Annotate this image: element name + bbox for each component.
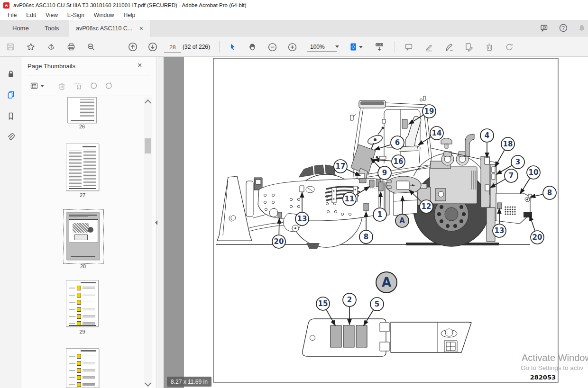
menu-item-window[interactable]: Window [89,11,119,19]
document-page: 19146169171113208112A418371081320A1525 2… [157,57,588,388]
svg-text:?: ? [562,26,565,31]
chevron-down-icon [359,46,363,48]
scrolling-mode-icon[interactable] [373,40,386,54]
select-tool-icon[interactable] [226,40,239,54]
svg-text:13: 13 [495,226,505,235]
toolbar-divider [395,41,395,53]
security-lock-icon[interactable] [4,67,17,80]
thumbnail-list: 26272829 [21,57,156,388]
notification-bell-icon[interactable] [576,22,588,34]
svg-text:14: 14 [432,129,442,137]
help-icon[interactable]: ? [557,22,570,34]
sign-pen-icon[interactable] [442,40,456,54]
callout-a: A [376,272,397,293]
svg-text:11: 11 [345,195,355,203]
svg-text:6: 6 [395,138,400,147]
save-icon[interactable] [4,40,17,54]
attachments-panel-icon[interactable] [4,131,17,144]
page-size-tooltip: 8.27 x 11.69 in [167,377,211,387]
page-display-options-icon[interactable] [346,40,365,54]
svg-text:5: 5 [375,300,379,308]
svg-text:20: 20 [274,237,284,246]
svg-text:2: 2 [347,296,352,304]
tab-document[interactable]: avP06sc ASC110 C... × [69,20,150,36]
tab-home[interactable]: Home [6,20,36,36]
svg-text:8: 8 [364,233,368,241]
share-upload-icon[interactable] [45,40,58,54]
comment-icon[interactable] [402,40,415,54]
svg-text:19: 19 [424,107,434,116]
svg-text:18: 18 [503,140,513,148]
svg-text:3: 3 [515,158,520,166]
zoom-level-value: 100% [310,44,325,50]
figure-number: 282053 [530,374,556,381]
thumbnail-page-number: 28 [74,263,92,269]
window-title: avP06sc ASC110 CU St IIIA T3 3018160 211… [13,2,247,8]
page-number-input[interactable] [164,42,181,53]
svg-text:7: 7 [509,171,514,180]
tab-document-label: avP06sc ASC110 C... [76,25,132,32]
page-count-label: (32 of 226) [183,44,210,50]
toolbar-divider [219,41,220,53]
page-thumbnail-29[interactable] [66,280,99,327]
tab-bar: Home Tools avP06sc ASC110 C... × [0,20,588,36]
thumbnail-page-number: 27 [73,192,92,198]
menu-item-file[interactable]: File [3,11,21,19]
main-toolbar: (32 of 226) 100% [0,36,588,57]
page-thumbnail-27[interactable] [66,144,99,191]
svg-text:16: 16 [394,157,404,166]
previous-page-icon[interactable] [126,40,139,54]
menu-item-view[interactable]: View [41,11,63,19]
zoom-level-dropdown[interactable]: 100% [307,42,337,52]
delete-pages-icon[interactable] [483,40,496,54]
print-icon[interactable] [64,40,78,54]
activate-windows-watermark-line2: Go to Settings to activ [521,364,583,371]
page-thumbnail-30[interactable] [66,348,99,388]
tab-close-icon[interactable]: × [139,25,143,32]
page-thumbnail-26[interactable] [67,97,97,123]
navigation-rail [0,57,21,388]
organize-pages-icon[interactable] [462,40,476,54]
zoom-out-icon[interactable] [266,40,279,54]
highlight-icon[interactable] [423,40,436,54]
feedback-icon[interactable] [538,22,551,34]
svg-text:12: 12 [422,202,432,211]
menu-item-esign[interactable]: E-Sign [63,11,89,19]
menu-item-edit[interactable]: Edit [21,11,41,19]
title-bar: A avP06sc ASC110 CU St IIIA T3 3018160 2… [0,0,588,10]
thumbnail-page-number: 26 [73,124,92,129]
svg-text:4: 4 [485,131,489,140]
tab-tools[interactable]: Tools [38,20,65,36]
hand-tool-icon[interactable] [246,40,259,54]
thumbnail-page-number: 29 [73,329,92,334]
star-icon[interactable] [24,40,37,54]
next-page-icon[interactable] [146,40,159,54]
redo-icon[interactable] [503,40,516,54]
scrollbar-thumb[interactable] [145,138,151,153]
page-thumbnails-panel-icon[interactable] [4,88,17,101]
acrobat-logo-icon: A [3,2,9,9]
search-icon[interactable] [84,40,98,54]
menu-item-help[interactable]: Help [119,11,140,19]
svg-text:17: 17 [336,162,346,171]
svg-text:8: 8 [547,189,552,197]
page-thumbnails-panel: Page Thumbnails × 26272829 [21,57,156,388]
svg-text:9: 9 [382,169,387,177]
svg-text:1: 1 [377,210,382,219]
svg-text:A: A [382,275,391,289]
svg-text:A: A [399,217,405,225]
svg-text:20: 20 [533,233,542,242]
zoom-in-icon[interactable] [285,40,299,54]
chevron-down-icon [335,45,339,48]
svg-text:15: 15 [318,299,328,308]
document-background [164,57,184,388]
page-thumbnail-28[interactable] [66,212,100,260]
bookmarks-panel-icon[interactable] [4,109,17,122]
svg-text:10: 10 [529,168,539,177]
svg-text:13: 13 [297,215,307,223]
menu-bar: FileEditViewE-SignWindowHelp [0,10,588,20]
activate-windows-watermark: Activate Windows [522,352,588,363]
